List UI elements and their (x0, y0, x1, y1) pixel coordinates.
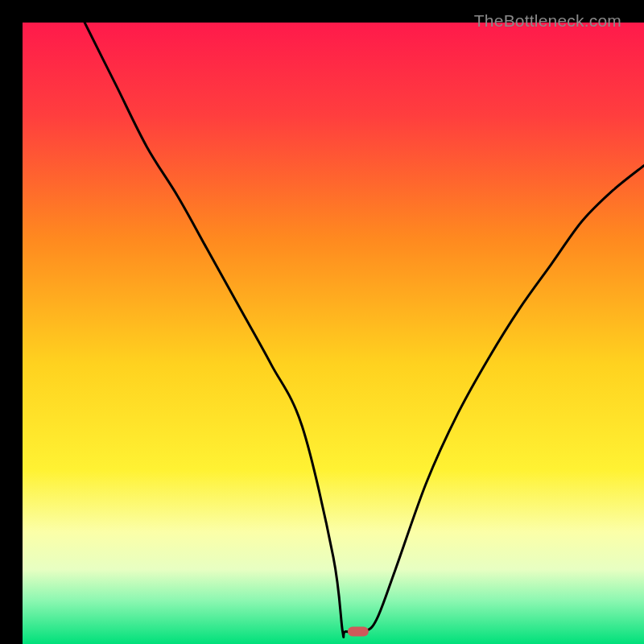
chart-frame: TheBottleneck.com (0, 0, 644, 644)
chart-plot-area (23, 23, 644, 644)
chart-background (23, 23, 644, 644)
optimum-marker (348, 627, 369, 637)
bottleneck-chart (23, 23, 644, 644)
watermark-text: TheBottleneck.com (474, 11, 621, 31)
